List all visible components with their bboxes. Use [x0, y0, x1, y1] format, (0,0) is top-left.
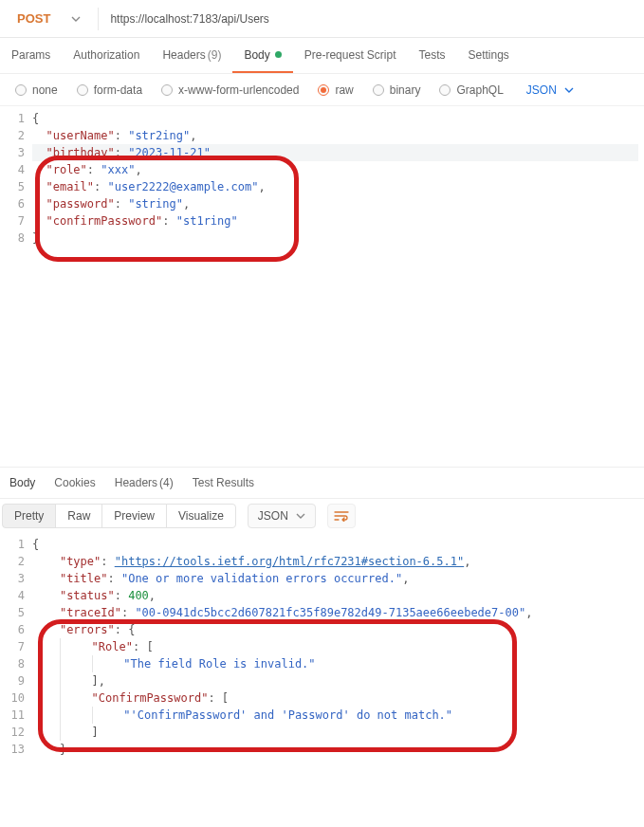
label: JSON	[258, 509, 288, 523]
key-confirmPassword: "confirmPassword"	[46, 214, 162, 228]
select-label: JSON	[526, 83, 557, 97]
view-visualize[interactable]: Visualize	[166, 504, 236, 528]
response-tabs: Body Cookies Headers (4) Test Results	[0, 467, 644, 499]
view-preview[interactable]: Preview	[101, 504, 167, 528]
tab-count: (9)	[208, 48, 222, 62]
key-userName: "userName"	[46, 129, 114, 142]
resp-tab-headers[interactable]: Headers (4)	[105, 468, 183, 498]
wrap-lines-button[interactable]	[327, 504, 356, 528]
key-Role: "Role"	[92, 640, 133, 653]
modified-dot-icon	[275, 51, 282, 58]
key-birthday: "birthday"	[46, 146, 114, 159]
key-password: "password"	[46, 197, 114, 211]
response-view-row: Pretty Raw Preview Visualize JSON	[0, 499, 644, 533]
response-format-select[interactable]: JSON	[248, 504, 316, 528]
key-status: "status"	[60, 589, 115, 602]
editor-spacer	[0, 247, 644, 467]
label: Visualize	[178, 509, 224, 523]
request-line: POST https://localhost:7183/api/Users	[0, 0, 644, 38]
val-email: "user2222@example.com"	[107, 180, 258, 193]
val-userName: "str2ing"	[128, 129, 190, 142]
tab-prerequest[interactable]: Pre-request Script	[293, 38, 408, 73]
chevron-down-icon	[296, 513, 305, 519]
key-role: "role"	[46, 163, 86, 176]
resp-tab-cookies[interactable]: Cookies	[45, 468, 104, 498]
body-type-row: none form-data x-www-form-urlencoded raw…	[0, 74, 644, 106]
tab-label: Body	[9, 476, 35, 489]
val-confirmPassword: "st1ring"	[176, 214, 238, 228]
val-traceId: "00-0941dc5bcc2d607821fc35f89e782d49-713…	[135, 606, 525, 619]
val-confirmpw-error: "'ConfirmPassword' and 'Password' do not…	[123, 708, 452, 722]
key-traceId: "traceId"	[60, 606, 121, 619]
tab-label: Headers	[162, 48, 205, 62]
tab-settings[interactable]: Settings	[457, 38, 521, 73]
url-input[interactable]: https://localhost:7183/api/Users	[104, 12, 636, 26]
val-status: 400	[128, 589, 149, 602]
tab-label: Settings	[469, 48, 509, 62]
brace: {	[32, 538, 39, 551]
tab-label: Tests	[418, 48, 445, 62]
val-role: "xxx"	[101, 163, 135, 176]
tab-label: Params	[11, 48, 50, 62]
tab-label: Authorization	[73, 48, 139, 62]
key-type: "type"	[60, 555, 101, 568]
radio-label: x-www-form-urlencoded	[178, 83, 299, 97]
radio-binary[interactable]: binary	[363, 83, 431, 97]
radio-label: form-data	[94, 83, 142, 97]
tab-params[interactable]: Params	[0, 38, 62, 73]
tab-label: Test Results	[193, 476, 254, 489]
tab-headers[interactable]: Headers (9)	[151, 38, 232, 73]
raw-format-select[interactable]: JSON	[519, 83, 581, 97]
label: Raw	[67, 509, 90, 523]
radio-graphql[interactable]: GraphQL	[430, 83, 512, 97]
key-errors: "errors"	[60, 623, 115, 636]
key-ConfirmPassword: "ConfirmPassword"	[92, 691, 209, 705]
tab-count: (4)	[159, 476, 174, 489]
val-password: "string"	[128, 197, 183, 211]
request-body-editor[interactable]: 12345678 { "userName": "str2ing", "birth…	[0, 106, 644, 247]
chevron-down-icon	[564, 84, 574, 95]
line-gutter: 12345678	[0, 110, 32, 247]
val-role-error: "The field Role is invalid."	[123, 657, 315, 671]
radio-label: none	[32, 83, 58, 97]
tab-authorization[interactable]: Authorization	[62, 38, 151, 73]
radio-none[interactable]: none	[6, 83, 67, 97]
code-area[interactable]: { "userName": "str2ing", "birthday": "20…	[32, 110, 644, 247]
method-dropdown[interactable]	[60, 13, 92, 24]
code-area[interactable]: { "type": "https://tools.ietf.org/html/r…	[32, 536, 644, 758]
resp-tab-body[interactable]: Body	[0, 468, 45, 498]
radio-label: GraphQL	[456, 83, 503, 97]
tab-label: Headers	[115, 476, 157, 489]
chevron-down-icon	[71, 16, 81, 22]
wrap-icon	[334, 510, 349, 522]
resp-tab-tests[interactable]: Test Results	[183, 468, 264, 498]
view-raw[interactable]: Raw	[55, 504, 102, 528]
vertical-divider	[98, 8, 99, 30]
val-title: "One or more validation errors occurred.…	[121, 572, 402, 585]
radio-xwww[interactable]: x-www-form-urlencoded	[152, 83, 308, 97]
response-body-editor[interactable]: 12345678910111213 { "type": "https://too…	[0, 533, 644, 758]
radio-form-data[interactable]: form-data	[67, 83, 152, 97]
radio-raw[interactable]: raw	[308, 83, 362, 97]
radio-label: binary	[390, 83, 421, 97]
line-gutter: 12345678910111213	[0, 536, 32, 758]
key-title: "title"	[60, 572, 108, 585]
http-method[interactable]: POST	[8, 11, 60, 26]
brace-close: }	[32, 231, 39, 245]
tab-label: Body	[244, 48, 269, 62]
key-email: "email"	[46, 180, 94, 193]
val-type[interactable]: "https://tools.ietf.org/html/rfc7231#sec…	[115, 555, 464, 568]
brace: {	[32, 112, 39, 125]
label: Pretty	[14, 509, 44, 523]
tab-body[interactable]: Body	[232, 38, 292, 73]
label: Preview	[114, 509, 155, 523]
val-birthday: "2023-11-21"	[128, 146, 211, 159]
tab-label: Pre-request Script	[304, 48, 396, 62]
request-tabs: Params Authorization Headers (9) Body Pr…	[0, 38, 644, 74]
view-pretty[interactable]: Pretty	[2, 504, 56, 528]
radio-label: raw	[335, 83, 353, 97]
tab-tests[interactable]: Tests	[407, 38, 456, 73]
tab-label: Cookies	[54, 476, 95, 489]
